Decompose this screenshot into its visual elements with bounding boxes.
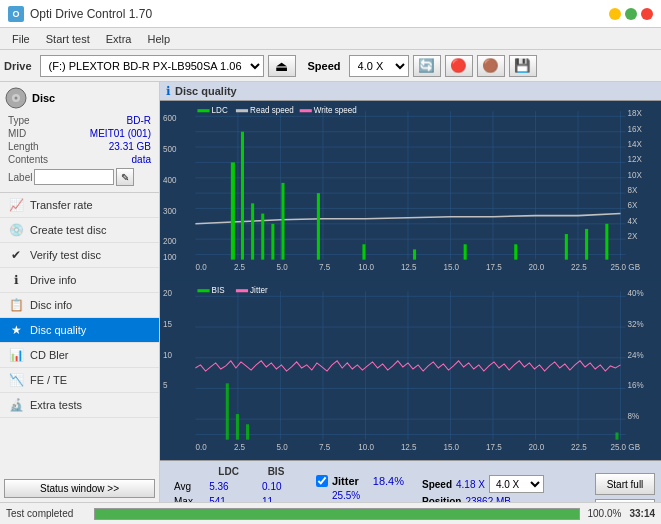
sidebar-item-cd-bler[interactable]: 📊 CD Bler: [0, 343, 159, 368]
max-bis-val: 11: [256, 495, 296, 502]
svg-text:16X: 16X: [628, 125, 643, 134]
disc-type-val: BD-R: [127, 115, 151, 126]
sidebar-item-label-disc-info: Disc info: [30, 299, 72, 311]
svg-rect-60: [514, 244, 517, 259]
menu-file[interactable]: File: [4, 31, 38, 47]
svg-text:Write speed: Write speed: [314, 106, 357, 115]
disc-length-label: Length: [8, 141, 39, 152]
svg-text:100: 100: [163, 253, 177, 262]
speed-select[interactable]: 4.0 X: [349, 55, 409, 77]
verify-test-disc-icon: ✔: [8, 247, 24, 263]
settings-button2[interactable]: 🟤: [477, 55, 505, 77]
speed-row: Speed 4.18 X 4.0 X: [422, 475, 544, 493]
max-label: Max: [168, 495, 201, 502]
drivebar: Drive (F:) PLEXTOR BD-R PX-LB950SA 1.06 …: [0, 50, 661, 82]
stats-table: LDC BIS Avg 5.36 0.10 Max 541 11 Total 2…: [166, 463, 298, 502]
sidebar-item-fe-te[interactable]: 📉 FE / TE: [0, 368, 159, 393]
avg-bis-val: 0.10: [256, 480, 296, 493]
start-part-button[interactable]: Start part: [595, 499, 655, 502]
svg-rect-50: [231, 162, 235, 259]
svg-text:24%: 24%: [628, 351, 644, 360]
svg-rect-52: [251, 203, 254, 259]
svg-text:22.5: 22.5: [571, 443, 587, 452]
disc-contents-row: Contents data: [4, 153, 155, 166]
svg-rect-109: [246, 424, 249, 439]
speed-position-section: Speed 4.18 X 4.0 X Position 23862 MB Sam…: [422, 463, 544, 502]
svg-text:2.5: 2.5: [234, 443, 246, 452]
menubar: File Start test Extra Help: [0, 28, 661, 50]
svg-rect-62: [585, 229, 588, 260]
svg-text:2X: 2X: [628, 232, 638, 241]
close-button[interactable]: [641, 8, 653, 20]
sidebar-item-drive-info[interactable]: ℹ Drive info: [0, 268, 159, 293]
svg-rect-57: [362, 244, 365, 259]
disc-length-val: 23.31 GB: [109, 141, 151, 152]
svg-text:8X: 8X: [628, 186, 638, 195]
svg-text:14X: 14X: [628, 140, 643, 149]
svg-text:10.0: 10.0: [358, 443, 374, 452]
svg-text:2.5: 2.5: [234, 263, 246, 272]
svg-rect-63: [605, 224, 608, 260]
status-window-button[interactable]: Status window >>: [4, 479, 155, 498]
statusbar: Test completed 100.0% 33:14: [0, 502, 661, 524]
svg-text:500: 500: [163, 145, 177, 154]
sidebar-item-label-drive-info: Drive info: [30, 274, 76, 286]
svg-text:17.5: 17.5: [486, 263, 502, 272]
sidebar-item-disc-info[interactable]: 📋 Disc info: [0, 293, 159, 318]
drive-label: Drive: [4, 60, 32, 72]
menu-start-test[interactable]: Start test: [38, 31, 98, 47]
jitter-label: Jitter: [332, 475, 359, 487]
menu-help[interactable]: Help: [139, 31, 178, 47]
disc-length-row: Length 23.31 GB: [4, 140, 155, 153]
sidebar-item-disc-quality[interactable]: ★ Disc quality: [0, 318, 159, 343]
speed-stat-label: Speed: [422, 479, 452, 490]
svg-rect-68: [300, 109, 312, 112]
eject-button[interactable]: ⏏: [268, 55, 296, 77]
svg-rect-54: [271, 224, 274, 260]
disc-contents-val: data: [132, 154, 151, 165]
svg-text:LDC: LDC: [212, 106, 228, 115]
titlebar: O Opti Drive Control 1.70: [0, 0, 661, 28]
speed-stat-select[interactable]: 4.0 X: [489, 475, 544, 493]
disc-label-input[interactable]: [34, 169, 114, 185]
jitter-checkbox[interactable]: [316, 475, 328, 487]
svg-text:200: 200: [163, 237, 177, 246]
stats-bis-header: BIS: [256, 465, 296, 478]
sidebar-item-label-disc-quality: Disc quality: [30, 324, 86, 336]
status-text: Test completed: [6, 508, 86, 519]
svg-rect-66: [236, 109, 248, 112]
bis-chart-svg: 20 15 10 5 40% 32% 24% 16% 8% 0.0 2.5 5.…: [160, 281, 661, 460]
sidebar-item-extra-tests[interactable]: 🔬 Extra tests: [0, 393, 159, 418]
settings-button1[interactable]: 🔴: [445, 55, 473, 77]
svg-text:20: 20: [163, 289, 172, 298]
svg-rect-51: [241, 132, 244, 260]
sidebar-item-transfer-rate[interactable]: 📈 Transfer rate: [0, 193, 159, 218]
progress-percent: 100.0%: [588, 508, 622, 519]
svg-text:600: 600: [163, 114, 177, 123]
sidebar-item-label-create-test-disc: Create test disc: [30, 224, 106, 236]
create-test-disc-icon: 💿: [8, 222, 24, 238]
sidebar-item-verify-test-disc[interactable]: ✔ Verify test disc: [0, 243, 159, 268]
svg-rect-61: [565, 234, 568, 260]
max-ldc-val: 541: [203, 495, 254, 502]
maximize-button[interactable]: [625, 8, 637, 20]
svg-text:12.5: 12.5: [401, 443, 417, 452]
drive-select[interactable]: (F:) PLEXTOR BD-R PX-LB950SA 1.06: [40, 55, 264, 77]
svg-rect-53: [261, 214, 264, 260]
start-full-button[interactable]: Start full: [595, 473, 655, 495]
refresh-button[interactable]: 🔄: [413, 55, 441, 77]
svg-text:Jitter: Jitter: [250, 286, 268, 295]
sidebar-item-create-test-disc[interactable]: 💿 Create test disc: [0, 218, 159, 243]
position-label: Position: [422, 496, 461, 502]
disc-icon: [4, 86, 28, 110]
stats-ldc-header: LDC: [203, 465, 254, 478]
svg-text:0.0: 0.0: [195, 263, 207, 272]
disc-type-label: Type: [8, 115, 30, 126]
extra-tests-icon: 🔬: [8, 397, 24, 413]
drive-info-icon: ℹ: [8, 272, 24, 288]
svg-rect-110: [615, 433, 618, 440]
save-button[interactable]: 💾: [509, 55, 537, 77]
minimize-button[interactable]: [609, 8, 621, 20]
menu-extra[interactable]: Extra: [98, 31, 140, 47]
disc-label-button[interactable]: ✎: [116, 168, 134, 186]
